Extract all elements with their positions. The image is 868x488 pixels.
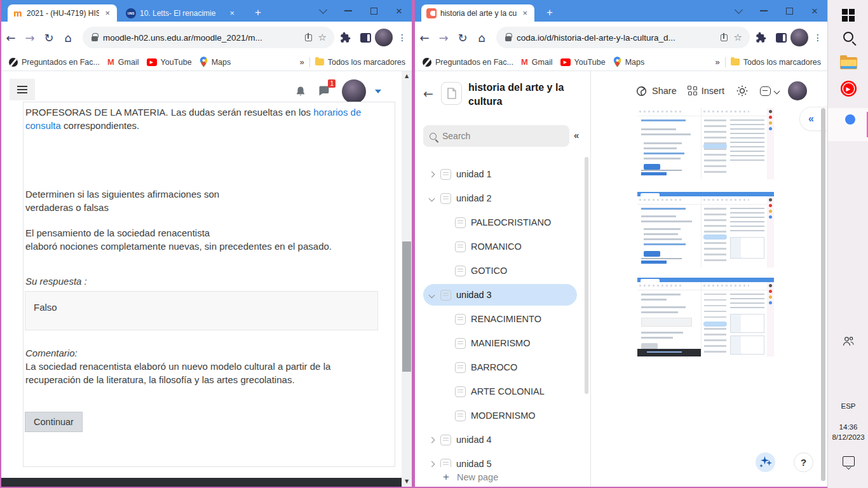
scrollbar-thumb[interactable] <box>402 241 411 372</box>
embedded-screenshot-3[interactable] <box>637 278 774 356</box>
tab-moodle[interactable]: m 2021 - (HU-4719) HIST × <box>8 4 117 22</box>
sidebar-item-manierismo[interactable]: MANIERISMO <box>423 332 577 354</box>
comments-button[interactable] <box>760 86 771 96</box>
chevron-down-icon[interactable] <box>429 292 435 298</box>
tab-search-button[interactable] <box>310 0 336 22</box>
scroll-up-icon[interactable]: ▲ <box>402 71 412 81</box>
bookmark-star-icon[interactable]: ☆ <box>734 32 742 43</box>
clock-time[interactable]: 14:36 <box>828 423 868 431</box>
bookmarks-overflow[interactable]: » <box>715 57 719 67</box>
sidebar-item-paleocristiano[interactable]: PALEOCRISTIANO <box>423 212 577 233</box>
bookmark-star-icon[interactable]: ☆ <box>318 32 327 43</box>
address-bar[interactable]: coda.io/d/historia-del-arte-y-la-cultura… <box>496 27 750 48</box>
back-icon[interactable]: ← <box>423 86 433 100</box>
sidebar-item-unidad-2[interactable]: unidad 2 <box>423 187 577 209</box>
side-panel-icon[interactable] <box>360 33 371 43</box>
bookmark-gmail[interactable]: MGmail <box>107 57 139 67</box>
sidebar-item-arte-colonial[interactable]: ARTE COLONIAL <box>423 381 577 402</box>
embedded-screenshot-1[interactable] <box>637 108 774 179</box>
bookmark-maps[interactable]: Maps <box>200 57 231 67</box>
chevron-right-icon[interactable] <box>429 437 435 443</box>
youtube-music-button[interactable]: ▶ <box>828 81 868 97</box>
insert-button[interactable]: Insert <box>688 86 724 96</box>
sidebar-item-unidad-3-selected[interactable]: unidad 3 <box>423 284 577 306</box>
forward-button[interactable]: → <box>434 31 453 44</box>
chevron-right-icon[interactable] <box>429 171 435 177</box>
reload-button[interactable]: ↻ <box>453 31 472 44</box>
sidebar-item-modernismo[interactable]: MODERNISMO <box>423 405 577 426</box>
start-button[interactable] <box>828 9 868 22</box>
extensions-icon[interactable] <box>755 32 767 44</box>
new-tab-button[interactable]: + <box>542 5 557 20</box>
tab-close-icon[interactable]: × <box>227 8 236 18</box>
bell-icon[interactable] <box>294 85 307 98</box>
side-panel-icon[interactable] <box>776 33 787 43</box>
profile-avatar[interactable] <box>790 29 808 46</box>
extensions-icon[interactable] <box>339 32 351 44</box>
scrollbar-thumb[interactable] <box>821 108 825 481</box>
search-input[interactable] <box>442 131 538 141</box>
hamburger-menu-icon[interactable] <box>10 79 35 100</box>
embedded-screenshot-2[interactable] <box>637 192 774 268</box>
address-bar[interactable]: moodle-h02.uns.edu.ar/moodle_2021/m... ☆ <box>83 27 334 48</box>
bookmark-preguntados[interactable]: Preguntados en Fac... <box>423 58 513 67</box>
sidebar-item-barroco[interactable]: BARROCO <box>423 356 577 378</box>
help-button[interactable]: ? <box>794 452 813 472</box>
coda-user-avatar[interactable] <box>788 81 807 100</box>
clock-date[interactable]: 8/12/2023 <box>828 433 868 441</box>
settings-button[interactable] <box>736 85 749 97</box>
all-bookmarks[interactable]: Todos los marcadores <box>731 58 821 67</box>
chrome-taskbar-button[interactable] <box>828 108 868 141</box>
sidebar-collapse-icon[interactable]: « <box>574 130 579 140</box>
messages-wrap[interactable]: 1 <box>317 84 330 100</box>
people-tray-button[interactable] <box>828 336 868 347</box>
share-icon[interactable] <box>721 34 728 41</box>
search-bar[interactable] <box>423 125 569 147</box>
profile-avatar[interactable] <box>375 29 393 46</box>
notification-center-button[interactable] <box>828 456 868 466</box>
bookmark-preguntados[interactable]: Preguntados en Fac... <box>9 58 100 67</box>
chevron-down-icon[interactable] <box>774 88 780 94</box>
url-text[interactable]: moodle-h02.uns.edu.ar/moodle_2021/m... <box>103 33 299 43</box>
caret-down-icon[interactable] <box>375 90 381 93</box>
menu-icon[interactable]: ⋮ <box>813 32 822 43</box>
sidebar-scrollbar-thumb[interactable] <box>585 157 588 394</box>
sidebar-item-unidad-4[interactable]: unidad 4 <box>423 429 577 451</box>
sidebar-item-unidad-1[interactable]: unidad 1 <box>423 163 577 185</box>
sidebar-item-gotico[interactable]: GOTICO <box>423 260 577 281</box>
tab-close-icon[interactable]: × <box>520 8 529 18</box>
continue-button[interactable]: Continuar <box>25 412 83 432</box>
home-button[interactable]: ⌂ <box>472 31 491 44</box>
sidebar-item-renacimiento[interactable]: RENACIMIENTO <box>423 308 577 330</box>
close-button[interactable]: × <box>802 0 827 22</box>
file-explorer-button[interactable] <box>828 57 868 69</box>
user-avatar[interactable] <box>342 79 366 104</box>
sidebar-item-romanico[interactable]: ROMANICO <box>423 236 577 257</box>
scrollbar[interactable]: ▲ ▼ <box>402 71 412 487</box>
close-button[interactable]: × <box>386 0 412 22</box>
scroll-down-icon[interactable]: ▼ <box>402 477 412 487</box>
taskbar-search-button[interactable] <box>828 32 868 42</box>
tab-uns[interactable]: UNS 10. Letts- El renacimie × <box>121 4 241 22</box>
maximize-button[interactable] <box>361 0 386 22</box>
bookmark-youtube[interactable]: ▶YouTube <box>147 58 192 67</box>
minimize-button[interactable] <box>336 0 361 22</box>
bookmarks-overflow[interactable]: » <box>299 57 304 67</box>
maximize-button[interactable] <box>776 0 802 22</box>
ai-assistant-button[interactable] <box>756 452 775 472</box>
tab-coda[interactable]: historia del arte y la cultura · uni × <box>421 4 534 22</box>
chevron-right-icon[interactable] <box>429 461 435 467</box>
bookmark-maps[interactable]: Maps <box>613 57 645 67</box>
language-indicator[interactable]: ESP <box>828 402 868 410</box>
new-tab-button[interactable]: + <box>250 5 266 20</box>
url-text[interactable]: coda.io/d/historia-del-arte-y-la-cultura… <box>517 33 714 43</box>
all-bookmarks[interactable]: Todos los marcadores <box>315 58 405 67</box>
home-button[interactable]: ⌂ <box>58 31 78 44</box>
bookmark-youtube[interactable]: ▶YouTube <box>560 58 606 67</box>
new-page-button[interactable]: + New page <box>415 467 590 487</box>
minimize-button[interactable] <box>751 0 776 22</box>
share-button[interactable]: Share <box>635 85 677 97</box>
forward-button[interactable]: → <box>20 31 39 44</box>
reload-button[interactable]: ↻ <box>39 31 58 44</box>
back-button[interactable]: ← <box>1 31 20 44</box>
